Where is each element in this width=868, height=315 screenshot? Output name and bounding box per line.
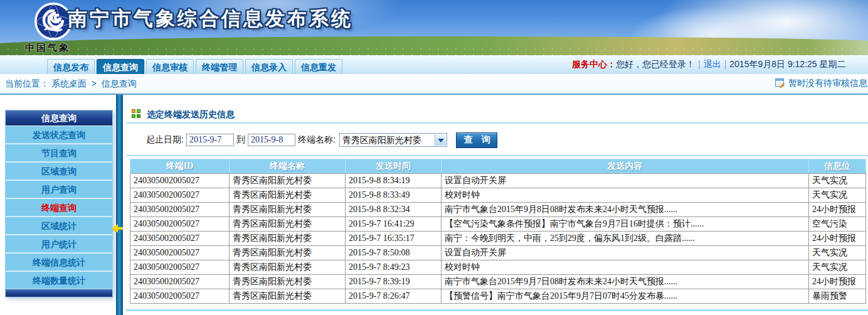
table-cell: 青秀区南阳新光村委 <box>230 289 346 304</box>
history-table: 终端ID终端名称发送时间发送内容信息位 240305002005027青秀区南阳… <box>130 159 866 304</box>
table-bottom-border <box>126 309 868 311</box>
breadcrumb-bar: 当前位置： 系统桌面 > 信息查询 暂时没有待审核信息 <box>0 74 868 95</box>
login-greeting: 您好，您已经登录！ <box>616 59 695 69</box>
main-panel: 选定终端发送历史信息 起止日期: 到 终端名称: 青秀区南阳新光村委 查 询 终… <box>123 95 868 315</box>
breadcrumb-home[interactable]: 系统桌面 <box>51 78 87 88</box>
table-cell: 240305002005027 <box>130 188 230 203</box>
user-status-area: 服务中心：您好，您已经登录！|退出|2015年9月8日 9:12:25 星期二 <box>572 59 846 70</box>
sidebar-item[interactable]: 区域查询 <box>6 162 112 180</box>
terminal-select[interactable]: 青秀区南阳新光村委 <box>339 133 447 147</box>
panel-title: 选定终端发送历史信息 <box>147 109 235 120</box>
logo-caption: 中国气象 <box>25 42 70 54</box>
query-button[interactable]: 查 询 <box>456 132 497 148</box>
table-cell: 南宁：今晚到明天，中雨，25到29度，偏东风1到2级。白露踏...... <box>442 232 809 246</box>
table-cell: 240305002005027 <box>130 289 230 304</box>
table-row[interactable]: 240305002005027青秀区南阳新光村委2015-9-8 8:32:34… <box>130 203 866 217</box>
table-cell: 青秀区南阳新光村委 <box>230 188 346 203</box>
dropdown-arrow-icon[interactable] <box>435 134 446 146</box>
banner: 中国气象 南宁市气象综合信息发布系统 <box>0 0 868 55</box>
table-cell: 校对时钟 <box>442 188 809 203</box>
table-cell: 青秀区南阳新光村委 <box>230 203 346 217</box>
sidebar-item[interactable]: 区域统计 <box>6 216 112 235</box>
table-cell: 240305002005027 <box>130 246 230 260</box>
logout-link[interactable]: 退出 <box>704 59 721 69</box>
table-cell: 南宁市气象台2015年9月8日08时发布未来24小时天气预报...... <box>442 203 809 217</box>
table-cell: 2015-9-7 16:41:29 <box>346 217 442 232</box>
table-cell: 天气实况 <box>809 174 866 188</box>
table-cell: 2015-9-7 8:50:08 <box>346 246 442 260</box>
datetime-display: 2015年9月8日 9:12:25 星期二 <box>729 59 845 69</box>
table-cell: 2015-9-7 8:26:47 <box>346 289 442 304</box>
sidebar-items: 发送状态查询节目查询区域查询用户查询终端查询区域统计用户统计终端信息统计终端数量… <box>6 125 112 289</box>
content-area: 信息查询 发送状态查询节目查询区域查询用户查询终端查询区域统计用户统计终端信息统… <box>0 95 868 315</box>
sidebar-item-active[interactable]: 终端查询 <box>6 198 112 216</box>
table-row[interactable]: 240305002005027青秀区南阳新光村委2015-9-7 8:39:19… <box>130 275 866 289</box>
table-cell: 天气实况 <box>809 188 866 203</box>
review-notice-text: 暂时没有待审核信息 <box>788 78 867 88</box>
table-cell: 2015-9-8 8:33:49 <box>346 188 442 203</box>
table-cell: 24小时预报 <box>809 203 866 217</box>
filter-bar: 起止日期: 到 终端名称: 青秀区南阳新光村委 查 询 <box>126 125 868 156</box>
table-cell: 青秀区南阳新光村委 <box>230 260 346 275</box>
table-row[interactable]: 240305002005027青秀区南阳新光村委2015-9-7 16:35:1… <box>130 232 866 246</box>
nav-tab[interactable]: 信息审核 <box>146 59 194 74</box>
table-cell: 设置自动开关屏 <box>442 246 809 260</box>
nav-tab-active[interactable]: 信息查询 <box>97 59 144 74</box>
service-center-label: 服务中心： <box>572 59 616 69</box>
breadcrumb-current[interactable]: 信息查询 <box>102 78 137 88</box>
table-cell: 青秀区南阳新光村委 <box>230 174 346 188</box>
table-row[interactable]: 240305002005027青秀区南阳新光村委2015-9-7 16:41:2… <box>130 217 866 232</box>
table-row[interactable]: 240305002005027青秀区南阳新光村委2015-9-8 8:34:19… <box>130 174 866 188</box>
sidebar-item[interactable]: 节目查询 <box>6 144 112 162</box>
table-header-row: 终端ID终端名称发送时间发送内容信息位 <box>130 159 866 174</box>
table-cell: 青秀区南阳新光村委 <box>230 275 346 289</box>
terminal-select-value: 青秀区南阳新光村委 <box>342 135 421 146</box>
table-cell: 【预警信号】南宁市气象台2015年9月7日07时45分发布暴...... <box>442 289 809 304</box>
table-cell: 240305002005027 <box>130 260 230 275</box>
table-cell: 青秀区南阳新光村委 <box>230 217 346 232</box>
sidebar-item[interactable]: 发送状态查询 <box>6 125 112 144</box>
sidebar-splitter[interactable] <box>116 95 123 315</box>
breadcrumb-separator: > <box>92 78 97 88</box>
nav-tab[interactable]: 信息录入 <box>245 59 293 74</box>
navbar: 信息发布信息查询信息审核终端管理信息录入信息重发 服务中心：您好，您已经登录！|… <box>0 55 868 74</box>
table-cell: 青秀区南阳新光村委 <box>230 246 346 260</box>
breadcrumb-prefix: 当前位置： <box>5 78 49 88</box>
table-cell: 240305002005027 <box>130 217 230 232</box>
column-header: 终端ID <box>130 159 230 174</box>
table-cell: 南宁市气象台2015年9月7日08时发布未来24小时天气预报...... <box>442 275 809 289</box>
terminal-name-label: 终端名称: <box>298 134 336 146</box>
nav-tab[interactable]: 信息发布 <box>47 59 95 74</box>
app-title: 南宁市气象综合信息发布系统 <box>68 6 353 32</box>
date-to-input[interactable] <box>248 134 295 146</box>
breadcrumb: 当前位置： 系统桌面 > 信息查询 <box>5 78 137 90</box>
table-cell: 240305002005027 <box>130 275 230 289</box>
date-from-input[interactable] <box>186 134 234 146</box>
table-row[interactable]: 240305002005027青秀区南阳新光村委2015-9-8 8:33:49… <box>130 188 866 203</box>
table-cell: 2015-9-8 8:32:34 <box>346 203 442 217</box>
table-row[interactable]: 240305002005027青秀区南阳新光村委2015-9-7 8:49:23… <box>130 260 866 275</box>
memo-icon <box>775 78 785 88</box>
table-row[interactable]: 240305002005027青秀区南阳新光村委2015-9-7 8:50:08… <box>130 246 866 260</box>
sidebar-item[interactable]: 终端信息统计 <box>6 253 112 271</box>
date-range-label: 起止日期: <box>146 134 184 146</box>
table-cell: 240305002005027 <box>130 203 230 217</box>
nav-tab[interactable]: 信息重发 <box>295 59 342 74</box>
table-cell: 空气污染 <box>809 217 866 232</box>
column-header: 发送时间 <box>346 159 442 174</box>
grass-field-decoration <box>0 36 868 55</box>
collapse-arrow-icon[interactable] <box>112 224 124 233</box>
panel-title-bar: 选定终端发送历史信息 <box>126 106 868 124</box>
table-cell: 暴雨预警 <box>809 289 866 304</box>
sidebar-item[interactable]: 用户统计 <box>6 235 112 253</box>
table-cell: 设置自动开关屏 <box>442 174 809 188</box>
review-notice: 暂时没有待审核信息 <box>775 78 867 89</box>
sidebar-item[interactable]: 用户查询 <box>6 180 112 198</box>
sidebar: 信息查询 发送状态查询节目查询区域查询用户查询终端查询区域统计用户统计终端信息统… <box>5 110 113 297</box>
table-row[interactable]: 240305002005027青秀区南阳新光村委2015-9-7 8:26:47… <box>130 289 866 304</box>
column-header: 发送内容 <box>442 159 809 174</box>
table-cell: 24小时预报 <box>809 275 866 289</box>
sidebar-item[interactable]: 终端数量统计 <box>6 271 112 289</box>
nav-tab[interactable]: 终端管理 <box>196 59 243 74</box>
sidebar-header: 信息查询 <box>6 110 112 125</box>
